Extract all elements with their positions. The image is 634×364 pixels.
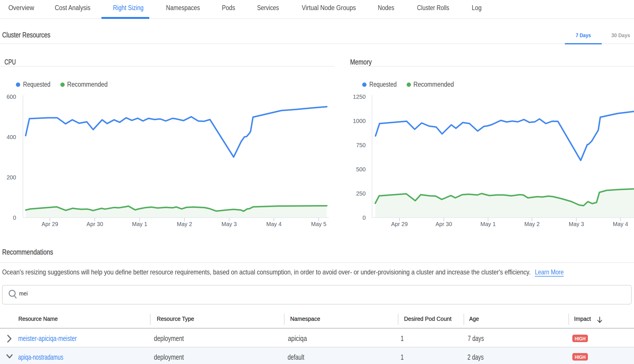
svg-text:May 5: May 5 [311,221,326,227]
svg-text:7 days: 7 days [468,334,484,342]
svg-text:Memory: Memory [350,58,372,66]
svg-text:Namespace: Namespace [290,316,320,322]
svg-text:1: 1 [401,334,404,342]
svg-text:500: 500 [356,166,366,172]
svg-text:deployment: deployment [154,334,184,342]
svg-text:May 1: May 1 [480,221,496,227]
svg-text:May 2: May 2 [524,221,539,227]
svg-text:Apr 29: Apr 29 [391,221,407,227]
svg-text:meister-apiciqa-meister: meister-apiciqa-meister [18,334,77,343]
svg-text:0: 0 [13,215,16,221]
svg-text:May 3: May 3 [569,221,584,227]
svg-text:Services: Services [257,4,279,12]
svg-text:Requested: Requested [369,80,397,88]
svg-text:750: 750 [356,142,366,148]
svg-text:Log: Log [472,4,482,12]
svg-text:Virtual Node Groups: Virtual Node Groups [302,3,356,12]
svg-text:Apr 29: Apr 29 [41,221,58,227]
svg-text:600: 600 [7,94,16,100]
svg-text:Recommended: Recommended [67,81,107,88]
svg-text:Cluster Resources: Cluster Resources [2,31,50,39]
svg-text:Recommended: Recommended [414,81,454,88]
svg-text:May 1: May 1 [132,221,147,227]
svg-text:250: 250 [356,190,366,197]
svg-text:Age: Age [469,316,479,322]
svg-text:May 4: May 4 [266,221,282,227]
svg-text:0: 0 [363,215,366,221]
svg-text:Requested: Requested [23,80,50,88]
svg-text:apiciqa: apiciqa [288,334,307,342]
svg-text:Cost Analysis: Cost Analysis [55,3,90,12]
svg-text:400: 400 [7,134,16,140]
svg-text:Cluster Rolls: Cluster Rolls [417,4,449,12]
svg-text:CPU: CPU [4,58,16,66]
svg-text:Resource Type: Resource Type [157,316,194,322]
svg-text:1000: 1000 [353,118,366,124]
svg-text:May 4: May 4 [613,221,628,227]
svg-text:May 2: May 2 [177,221,192,227]
svg-text:Right Sizing: Right Sizing [113,4,144,12]
svg-text:30 Days: 30 Days [611,32,630,38]
svg-text:Desired Pod Count: Desired Pod Count [404,316,452,322]
svg-text:apiqa-nostradamus: apiqa-nostradamus [18,353,63,361]
svg-text:Apr 30: Apr 30 [435,221,452,227]
svg-text:2 days: 2 days [467,353,484,361]
svg-text:Impact: Impact [574,316,591,322]
svg-text:Resource Name: Resource Name [18,316,58,322]
svg-text:7 Days: 7 Days [576,32,591,38]
svg-text:deployment: deployment [154,353,184,361]
svg-text:Ocean's resizing suggestions w: Ocean's resizing suggestions will help y… [2,268,531,276]
svg-text:May 3: May 3 [221,221,237,227]
svg-text:1250: 1250 [353,94,366,100]
svg-text:1: 1 [401,353,404,361]
svg-text:default: default [288,353,304,361]
svg-text:200: 200 [7,174,16,181]
svg-text:HIGH: HIGH [575,336,586,341]
svg-text:Pods: Pods [222,4,235,12]
svg-text:Recommendations: Recommendations [2,248,53,256]
svg-text:Learn More: Learn More [535,269,564,276]
svg-text:Overview: Overview [8,3,34,12]
svg-text:Nodes: Nodes [378,4,394,12]
svg-text:Namespaces: Namespaces [166,4,200,12]
svg-text:Apr 30: Apr 30 [86,221,103,227]
svg-text:HIGH: HIGH [575,354,586,360]
svg-text:mei: mei [19,290,28,297]
